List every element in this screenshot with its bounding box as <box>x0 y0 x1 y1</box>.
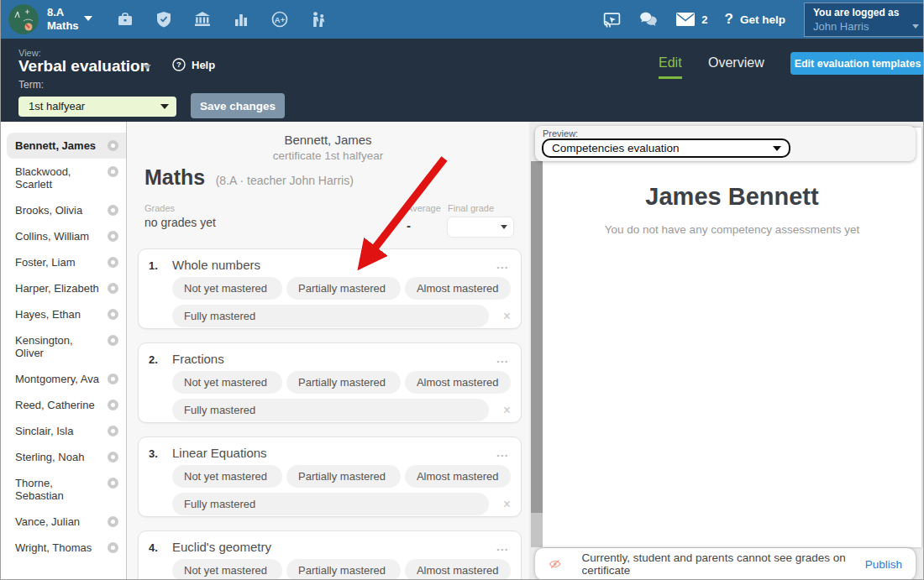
preview-template-value: Competencies evaluation <box>552 142 680 154</box>
visibility-notice: Currently, student and parents cannot se… <box>582 551 854 577</box>
edit-evaluation-templates-button[interactable]: Edit evaluation templates <box>790 52 924 75</box>
student-status-icon <box>108 166 118 177</box>
save-changes-button[interactable]: Save changes <box>191 93 285 118</box>
student-name: Brooks, Olivia <box>15 204 82 217</box>
parents-students-icon[interactable] <box>309 10 328 29</box>
class-switcher-chevron-icon[interactable] <box>84 16 92 21</box>
option-row-full: Fully mastered × <box>172 399 511 421</box>
term-select-value: 1st halfyear <box>29 100 85 112</box>
class-avatar[interactable] <box>8 4 39 34</box>
option-row-full: Fully mastered × <box>172 305 511 327</box>
competency-number: 4. <box>149 541 172 554</box>
messages-wrap[interactable]: 2 <box>675 12 707 27</box>
view-selector[interactable]: Verbal evaluation <box>18 57 150 76</box>
more-options-icon[interactable]: ••• <box>496 262 511 273</box>
competency-card-head: 2. Fractions ••• <box>149 352 511 367</box>
student-list-item[interactable]: Collins, William <box>7 223 126 249</box>
mail-icon <box>675 12 696 27</box>
student-name: Thorne, Sebastian <box>15 477 64 502</box>
student-name: Wright, Thomas <box>15 541 92 554</box>
option-button[interactable]: Almost mastered <box>405 277 511 300</box>
student-name: Sinclair, Isla <box>15 425 73 437</box>
student-list-item[interactable]: Brooks, Olivia <box>7 197 126 223</box>
option-button[interactable]: Partially mastered <box>286 465 401 488</box>
student-status-icon <box>108 516 118 527</box>
student-list-item[interactable]: Montgomery, Ava <box>7 366 126 392</box>
preview-label: Preview: <box>543 128 578 138</box>
logged-in-user-menu[interactable]: You are logged as John Harris <box>804 3 924 37</box>
student-status-icon <box>108 283 118 294</box>
student-list-item[interactable]: Sterling, Noah <box>7 444 126 470</box>
student-name: Kensington, Oliver <box>15 334 73 359</box>
certificate-scrollbar[interactable] <box>531 161 543 547</box>
more-options-icon[interactable]: ••• <box>496 356 511 367</box>
option-button[interactable]: Not yet mastered <box>172 559 282 580</box>
more-options-icon[interactable]: ••• <box>496 544 511 555</box>
grades-block: Grades no grades yet <box>144 203 216 229</box>
student-list-item[interactable]: Wright, Thomas <box>7 535 126 561</box>
student-list-item[interactable]: Vance, Julian <box>7 509 126 535</box>
screen-cast-icon[interactable] <box>602 10 622 29</box>
tab-edit[interactable]: Edit <box>659 55 682 79</box>
chat-bubbles-icon[interactable] <box>638 9 659 29</box>
clear-selection-icon[interactable]: × <box>503 403 511 418</box>
option-button[interactable]: Not yet mastered <box>172 277 282 300</box>
competency-title: Whole numbers <box>172 258 496 272</box>
preview-toolbar: Preview: Competencies evaluation <box>535 126 916 161</box>
final-grade-chevron-icon <box>501 225 507 229</box>
average-label: Average <box>407 203 441 213</box>
student-list-item[interactable]: Sinclair, Isla <box>7 418 126 444</box>
option-fully-mastered-button[interactable]: Fully mastered <box>172 399 489 421</box>
institution-icon[interactable] <box>193 10 212 29</box>
tab-overview[interactable]: Overview <box>708 55 764 76</box>
final-grade-block: Final grade <box>448 203 513 237</box>
option-button[interactable]: Partially mastered <box>286 371 401 394</box>
student-status-icon <box>108 374 118 384</box>
student-list-item[interactable]: Bennett, James <box>7 133 126 159</box>
get-help-label: Get help <box>740 13 785 26</box>
preview-template-select[interactable]: Competencies evaluation <box>542 138 790 158</box>
help-button[interactable]: ? Help <box>172 58 215 71</box>
publish-button[interactable]: Publish <box>865 558 902 571</box>
clear-selection-icon[interactable]: × <box>503 309 511 324</box>
view-header-bar: View: Verbal evaluation ? Help Edit Over… <box>0 39 924 122</box>
publish-bar: Currently, student and parents cannot se… <box>535 548 916 580</box>
option-button[interactable]: Not yet mastered <box>172 371 282 394</box>
circled-question-icon: ? <box>172 58 186 71</box>
student-list-item[interactable]: Harper, Elizabeth <box>7 275 126 301</box>
student-list-item[interactable]: Foster, Liam <box>7 249 126 275</box>
eye-slash-icon <box>549 556 562 572</box>
option-button[interactable]: Partially mastered <box>286 277 401 300</box>
option-row: Not yet masteredPartially masteredAlmost… <box>172 465 511 488</box>
shield-check-icon[interactable] <box>155 10 173 29</box>
option-fully-mastered-button[interactable]: Fully mastered <box>172 493 489 515</box>
get-help-button[interactable]: ? Get help <box>725 11 785 28</box>
option-button[interactable]: Almost mastered <box>405 465 511 488</box>
more-options-icon[interactable]: ••• <box>496 450 511 461</box>
student-list-item[interactable]: Hayes, Ethan <box>7 301 126 327</box>
option-row: Not yet masteredPartially masteredAlmost… <box>172 277 511 300</box>
option-fully-mastered-button[interactable]: Fully mastered <box>172 305 489 327</box>
option-button[interactable]: Partially mastered <box>286 559 401 580</box>
student-list-item[interactable]: Reed, Catherine <box>7 392 126 418</box>
competency-card: 4. Euclid's geometry ••• Not yet mastere… <box>138 530 522 580</box>
view-selector-chevron-icon[interactable] <box>143 65 151 70</box>
grades-a-plus-icon[interactable]: A+ <box>270 10 289 29</box>
final-grade-select[interactable] <box>448 217 513 237</box>
student-list-item[interactable]: Blackwood, Scarlett <box>7 159 126 197</box>
term-select[interactable]: 1st halfyear <box>18 97 176 117</box>
statistics-icon[interactable] <box>232 10 250 29</box>
competency-card-head: 4. Euclid's geometry ••• <box>149 540 511 555</box>
option-button[interactable]: Not yet mastered <box>172 465 282 488</box>
clear-selection-icon[interactable]: × <box>503 497 511 512</box>
average-value: - <box>407 218 441 233</box>
student-list-item[interactable]: Kensington, Oliver <box>7 327 126 366</box>
student-status-icon <box>108 335 118 346</box>
briefcase-icon[interactable] <box>116 10 134 29</box>
scrollbar-thumb[interactable] <box>531 161 543 513</box>
student-name: Bennett, James <box>15 139 96 152</box>
class-subject-label[interactable]: 8.A Maths <box>47 6 79 33</box>
option-button[interactable]: Almost mastered <box>405 371 511 394</box>
student-list-item[interactable]: Thorne, Sebastian <box>7 470 126 509</box>
option-button[interactable]: Almost mastered <box>405 559 511 580</box>
